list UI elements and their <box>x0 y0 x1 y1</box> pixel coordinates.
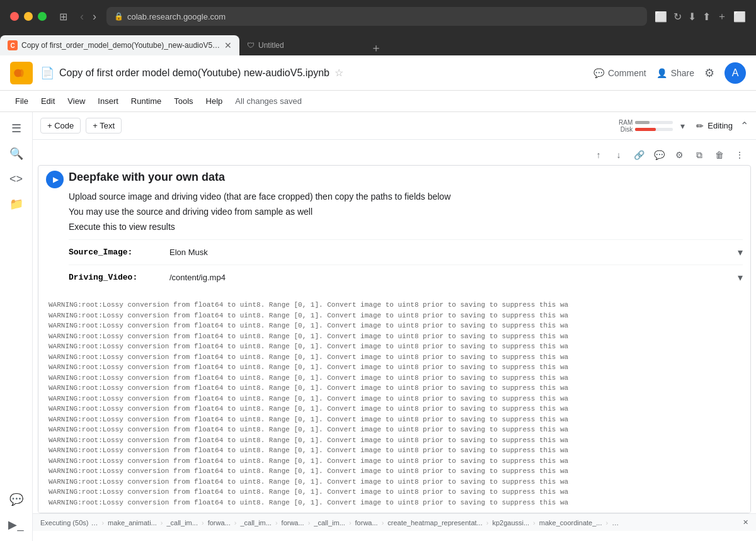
search-icon[interactable]: 🔍 <box>5 142 28 165</box>
output-line-17: WARNING:root:Lossy conversion from float… <box>49 477 740 487</box>
ram-disk-indicator[interactable]: RAM Disk <box>615 119 673 133</box>
executing-status: Executing (50s) <box>40 519 88 527</box>
menu-tools[interactable]: Tools <box>169 94 198 108</box>
copy-cell-button[interactable]: ⧉ <box>690 146 708 164</box>
source-image-value[interactable]: Elon Musk <box>169 248 738 257</box>
cell-header-row: ▶ Deepfake with your own data Upload sou… <box>38 166 750 295</box>
back-button[interactable]: ‹ <box>77 9 86 25</box>
pencil-icon: ✏ <box>696 121 704 131</box>
maximize-button[interactable] <box>38 12 47 21</box>
folder-icon[interactable]: 📁 <box>5 193 28 215</box>
browser-titlebar: ⊞ ‹ › 🔒 colab.research.google.com ⬜ ↻ ⬇ … <box>0 0 756 33</box>
run-cell-button[interactable]: ▶ <box>46 171 64 188</box>
expand-icon[interactable]: ⌃ <box>740 120 748 132</box>
output-line-8: WARNING:root:Lossy conversion from float… <box>49 383 740 394</box>
output-line-3: WARNING:root:Lossy conversion from float… <box>49 331 740 342</box>
move-up-button[interactable]: ↑ <box>590 146 607 164</box>
notebook-name[interactable]: Copy of first order model demo(Youtube) … <box>59 67 329 79</box>
menu-view[interactable]: View <box>62 94 90 108</box>
cell: ▶ Deepfake with your own data Upload sou… <box>38 165 751 513</box>
refresh-icon[interactable]: ↻ <box>673 11 682 23</box>
ram-label: RAM <box>615 119 633 126</box>
comment-button[interactable]: 💬 Comment <box>593 68 646 78</box>
main-content: + Code + Text RAM Disk ▾ ✏ <box>33 112 756 541</box>
output-line-7: WARNING:root:Lossy conversion from float… <box>49 373 740 384</box>
content-area: ☰ 🔍 <> 📁 💬 ▶_ + Code + Text RAM <box>0 112 756 541</box>
app: 📄 Copy of first order model demo(Youtube… <box>0 55 756 541</box>
source-image-field: Source_Image: Elon Musk ▾ <box>69 239 743 265</box>
status-make-animati: make_animati... <box>108 519 157 527</box>
output-line-4: WARNING:root:Lossy conversion from float… <box>49 341 740 352</box>
browser-nav: ‹ › <box>77 9 99 25</box>
output-line-16: WARNING:root:Lossy conversion from float… <box>49 466 740 477</box>
menu-bar: File Edit View Insert Runtime Tools Help… <box>0 91 756 112</box>
output-line-1: WARNING:root:Lossy conversion from float… <box>49 310 740 321</box>
share-button[interactable]: 👤 Share <box>656 68 694 78</box>
share-icon: 👤 <box>656 68 667 78</box>
more-cell-button[interactable]: ⋮ <box>731 146 748 164</box>
tab-title: Copy of first_order_model_demo(Youtube)_… <box>21 41 220 50</box>
settings-icon[interactable]: ⚙ <box>704 66 714 80</box>
ram-disk-dropdown-icon[interactable]: ▾ <box>680 121 685 131</box>
new-tab-button[interactable]: ＋ <box>365 40 387 55</box>
inactive-tab[interactable]: 🛡 Untitled <box>239 35 365 55</box>
menu-file[interactable]: File <box>10 94 33 108</box>
forward-button[interactable]: › <box>90 9 99 25</box>
windows-icon[interactable]: ⬜ <box>733 11 746 23</box>
cell-line-2: You may use the source and driving video… <box>69 207 743 217</box>
shield-icon: 🛡 <box>247 41 255 50</box>
status-dots: … <box>612 519 619 527</box>
top-bar: 📄 Copy of first order model demo(Youtube… <box>0 55 756 91</box>
comment-sidebar-icon[interactable]: 💬 <box>5 488 28 511</box>
minimize-button[interactable] <box>24 12 33 21</box>
sep-1: … <box>91 519 98 527</box>
share-browser-icon[interactable]: ⬆ <box>702 11 711 23</box>
menu-help[interactable]: Help <box>201 94 228 108</box>
close-button[interactable] <box>10 12 19 21</box>
saved-status: All changes saved <box>235 96 302 106</box>
add-text-button[interactable]: + Text <box>86 118 122 134</box>
tab-close-button[interactable]: ✕ <box>224 40 232 50</box>
menu-edit[interactable]: Edit <box>36 94 60 108</box>
menu-insert[interactable]: Insert <box>93 94 123 108</box>
settings-cell-button[interactable]: ⚙ <box>670 146 688 164</box>
source-image-label: Source_Image: <box>69 248 169 257</box>
link-button[interactable]: 🔗 <box>630 146 648 164</box>
source-image-dropdown-icon[interactable]: ▾ <box>738 246 743 258</box>
cell-container: ↑ ↓ 🔗 💬 ⚙ ⧉ 🗑 ⋮ ▶ <box>38 145 751 513</box>
inactive-tab-title: Untitled <box>258 41 284 50</box>
active-tab[interactable]: C Copy of first_order_model_demo(Youtube… <box>0 35 239 55</box>
status-forwa-2: forwa... <box>282 519 304 527</box>
address-bar[interactable]: 🔒 colab.research.google.com <box>106 7 647 26</box>
new-tab-icon[interactable]: ＋ <box>717 10 727 23</box>
avatar[interactable]: A <box>724 62 746 84</box>
driving-video-value[interactable]: /content/ig.mp4 <box>169 273 738 282</box>
comment-cell-button[interactable]: 💬 <box>650 146 668 164</box>
cast-icon[interactable]: ⬜ <box>655 11 667 23</box>
output-line-11: WARNING:root:Lossy conversion from float… <box>49 414 740 425</box>
status-make-coord: make_coordinate_... <box>539 519 602 527</box>
sidebar-toggle-icon[interactable]: ⊞ <box>59 11 67 23</box>
code-icon[interactable]: <> <box>5 168 28 190</box>
cell-body: Deepfake with your own data Upload sourc… <box>69 171 743 290</box>
terminal-icon[interactable]: ▶_ <box>5 513 28 536</box>
output-line-9: WARNING:root:Lossy conversion from float… <box>49 394 740 404</box>
star-icon[interactable]: ☆ <box>335 67 343 79</box>
disk-label: Disk <box>615 126 633 133</box>
editing-button[interactable]: ✏ Editing <box>690 118 739 134</box>
output-line-0: WARNING:root:Lossy conversion from float… <box>49 300 740 310</box>
output-line-19: WARNING:root:Lossy conversion from float… <box>49 498 740 508</box>
download-icon[interactable]: ⬇ <box>688 11 696 23</box>
notebook-title: 📄 Copy of first order model demo(Youtube… <box>40 66 586 80</box>
move-down-button[interactable]: ↓ <box>610 146 627 164</box>
cell-title: Deepfake with your own data <box>69 171 743 184</box>
delete-cell-button[interactable]: 🗑 <box>711 146 728 164</box>
add-code-button[interactable]: + Code <box>40 118 81 134</box>
drive-icon: 📄 <box>40 66 54 80</box>
status-close-button[interactable]: ✕ <box>743 518 748 527</box>
traffic-lights <box>10 12 47 21</box>
cell-toolbar: + Code + Text RAM Disk ▾ ✏ <box>33 112 756 140</box>
menu-runtime[interactable]: Runtime <box>126 94 166 108</box>
sidebar-menu-icon[interactable]: ☰ <box>5 117 28 140</box>
driving-video-dropdown-icon[interactable]: ▾ <box>738 271 743 283</box>
